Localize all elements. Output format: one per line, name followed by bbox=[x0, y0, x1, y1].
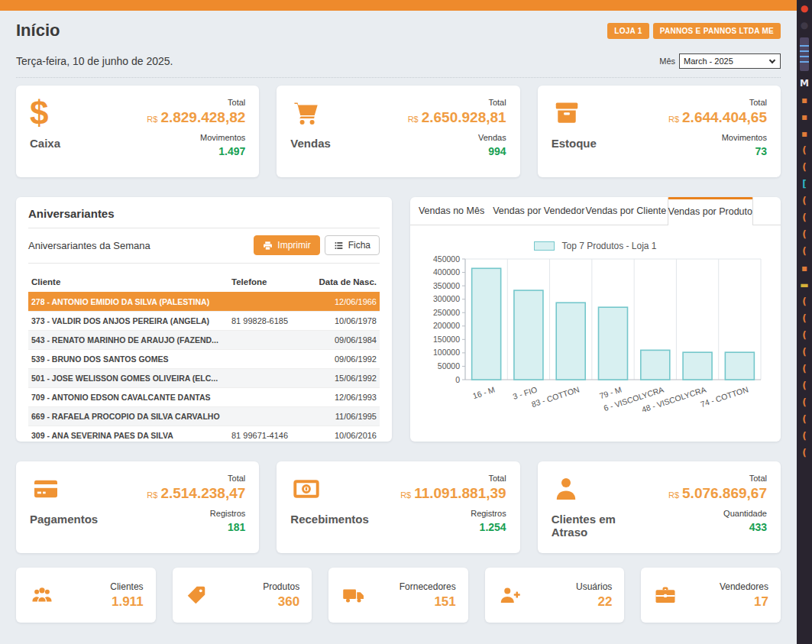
stat-cards-row-1: $ Caixa Total R$2.829.428,82 Movimentos … bbox=[16, 86, 781, 177]
total-label: Total bbox=[649, 474, 767, 483]
telefone-cell bbox=[228, 388, 314, 407]
strip-icon[interactable]: ( bbox=[802, 432, 806, 441]
table-row[interactable]: 543 - RENATO MARINHO DE ARAUJO (FAZEND..… bbox=[28, 331, 380, 350]
table-row[interactable]: 669 - RAFAELA PROCOPIO DA SILVA CARVALHO… bbox=[28, 407, 380, 426]
count-value: 73 bbox=[649, 145, 767, 157]
birthdays-table: Cliente Telefone Data de Nasc. 278 - ANT… bbox=[28, 273, 380, 445]
total-label: Total bbox=[127, 474, 245, 483]
mini-value: 360 bbox=[263, 594, 299, 610]
cliente-cell: 278 - ANTONIO EMIDIO DA SILVA (PALESTINA… bbox=[28, 293, 228, 312]
card-title: Recebimentos bbox=[290, 513, 387, 526]
box-icon bbox=[552, 95, 649, 131]
birthdays-panel: Aniversariantes Aniversariantes da Seman… bbox=[16, 197, 392, 442]
cliente-cell: 501 - JOSE WELISSON GOMES OLIVEIRA (ELC.… bbox=[28, 369, 228, 388]
pagamentos-card[interactable]: Pagamentos Total R$2.514.238,47 Registro… bbox=[16, 461, 259, 553]
strip-icon[interactable]: ( bbox=[802, 213, 806, 222]
svg-text:150000: 150000 bbox=[433, 335, 460, 344]
clientes-card[interactable]: Clientes 1.911 bbox=[16, 568, 156, 623]
strip-icon[interactable]: ( bbox=[802, 348, 806, 357]
table-row[interactable]: 309 - ANA SEVERINA PAES DA SILVA 81 9967… bbox=[28, 426, 380, 445]
strip-icon[interactable]: ( bbox=[802, 163, 806, 172]
tab-vendas-por-produto[interactable]: Vendas por Produto bbox=[668, 197, 754, 225]
strip-icon[interactable]: ( bbox=[802, 196, 806, 205]
store-badge[interactable]: LOJA 1 bbox=[607, 23, 649, 39]
telefone-cell bbox=[228, 331, 314, 350]
recebimentos-card[interactable]: Recebimentos Total R$11.091.881,39 Regis… bbox=[277, 461, 519, 553]
tab-vendas-por-cliente[interactable]: Vendas por Cliente bbox=[584, 197, 667, 225]
strip-icon[interactable]: ▪ bbox=[801, 129, 807, 138]
strip-icon[interactable]: ( bbox=[802, 415, 806, 424]
currency-prefix: R$ bbox=[147, 490, 157, 500]
birthdays-title: Aniversariantes bbox=[28, 207, 380, 228]
count-label: Registros bbox=[127, 509, 245, 518]
svg-text:100000: 100000 bbox=[433, 348, 460, 357]
page-title: Início bbox=[16, 21, 60, 40]
strip-icon[interactable]: [ bbox=[802, 180, 806, 189]
estoque-card[interactable]: Estoque Total R$2.644.404,65 Movimentos … bbox=[538, 86, 781, 177]
strip-icon[interactable]: ( bbox=[802, 331, 806, 340]
data-cell: 12/06/1966 bbox=[314, 293, 380, 312]
ficha-button[interactable]: Ficha bbox=[325, 235, 380, 255]
strip-icon[interactable]: ▬ bbox=[800, 280, 808, 290]
mini-value: 1.911 bbox=[110, 594, 143, 610]
strip-icon[interactable]: ● bbox=[801, 21, 808, 30]
currency-prefix: R$ bbox=[408, 115, 419, 124]
strip-icon[interactable]: ( bbox=[802, 247, 806, 256]
tab-vendas-por-vendedor[interactable]: Vendas por Vendedor bbox=[493, 197, 584, 225]
svg-text:0: 0 bbox=[455, 375, 460, 384]
count-label: Vendas bbox=[387, 133, 506, 142]
strip-icon[interactable]: ▪ bbox=[801, 95, 807, 105]
currency-prefix: R$ bbox=[147, 115, 157, 124]
cliente-cell: 709 - ANTONIO EDSON CAVALCANTE DANTAS bbox=[28, 388, 228, 407]
user-icon bbox=[552, 471, 649, 506]
bar-chart: Top 7 Produtos - Loja 1 0500001000001500… bbox=[410, 225, 781, 442]
currency-prefix: R$ bbox=[668, 490, 679, 500]
strip-icon[interactable]: M bbox=[800, 79, 809, 88]
strip-icon[interactable]: ( bbox=[802, 381, 806, 390]
total-label: Total bbox=[649, 98, 767, 107]
count-label: Movimentos bbox=[649, 133, 767, 142]
card-title: Estoque bbox=[552, 137, 649, 150]
mini-label: Produtos bbox=[263, 581, 299, 592]
produtos-card[interactable]: Produtos 360 bbox=[173, 568, 312, 623]
print-button[interactable]: Imprimir bbox=[254, 235, 319, 255]
strip-icon[interactable]: ( bbox=[802, 146, 806, 155]
column-header-cliente: Cliente bbox=[28, 273, 228, 293]
vendedores-card[interactable]: Vendedores 17 bbox=[641, 568, 781, 623]
mini-label: Vendedores bbox=[720, 581, 768, 592]
strip-icon[interactable]: ( bbox=[802, 230, 806, 239]
fornecedores-card[interactable]: Fornecedores 151 bbox=[328, 568, 468, 623]
dashboard-page: Início LOJA 1 PANNOS E PANNOS LTDA ME Te… bbox=[0, 0, 797, 644]
svg-text:300000: 300000 bbox=[433, 294, 460, 303]
usuarios-card[interactable]: Usuários 22 bbox=[485, 568, 625, 623]
table-row[interactable]: 539 - BRUNO DOS SANTOS GOMES 09/06/1992 bbox=[28, 350, 380, 369]
company-badge[interactable]: PANNOS E PANNOS LTDA ME bbox=[653, 23, 781, 39]
strip-icon[interactable]: ( bbox=[802, 297, 806, 306]
month-select[interactable]: March - 2025 bbox=[680, 54, 780, 68]
strip-icon[interactable]: ( bbox=[802, 314, 806, 323]
count-label: Quantidade bbox=[649, 509, 767, 518]
strip-icon[interactable]: ▪ bbox=[801, 112, 807, 121]
tab-vendas-no-mes[interactable]: Vendas no Mês bbox=[410, 197, 493, 225]
clientes-em-atraso-card[interactable]: Clientes em Atraso Total R$5.076.869,67 … bbox=[538, 461, 781, 553]
table-row[interactable]: 709 - ANTONIO EDSON CAVALCANTE DANTAS 12… bbox=[28, 388, 380, 407]
mini-label: Fornecedores bbox=[400, 581, 456, 592]
caixa-card[interactable]: $ Caixa Total R$2.829.428,82 Movimentos … bbox=[16, 86, 259, 177]
strip-icon[interactable]: ( bbox=[802, 398, 806, 407]
strip-icon[interactable]: ( bbox=[802, 364, 806, 374]
strip-icon[interactable]: ( bbox=[802, 448, 806, 458]
table-row[interactable]: 501 - JOSE WELISSON GOMES OLIVEIRA (ELC.… bbox=[28, 369, 380, 388]
strip-icon[interactable]: ▪ bbox=[801, 264, 807, 273]
vendas-card[interactable]: Vendas Total R$2.650.928,81 Vendas 994 bbox=[277, 86, 519, 177]
svg-text:83 - COTTON: 83 - COTTON bbox=[530, 384, 581, 409]
table-row[interactable]: 278 - ANTONIO EMIDIO DA SILVA (PALESTINA… bbox=[28, 293, 380, 312]
telefone-cell: 81 99671-4146 bbox=[228, 426, 314, 445]
count-value: 1.254 bbox=[387, 521, 506, 533]
cliente-cell: 373 - VALDIR DOS ANJOS PEREIRA (ANGELA) bbox=[28, 312, 228, 331]
list-icon bbox=[334, 241, 344, 251]
strip-icon[interactable]: ● bbox=[801, 4, 808, 13]
telefone-cell bbox=[228, 293, 314, 312]
strip-thumbnail[interactable] bbox=[800, 37, 809, 71]
money-icon bbox=[290, 471, 387, 506]
table-row[interactable]: 373 - VALDIR DOS ANJOS PEREIRA (ANGELA) … bbox=[28, 312, 380, 331]
